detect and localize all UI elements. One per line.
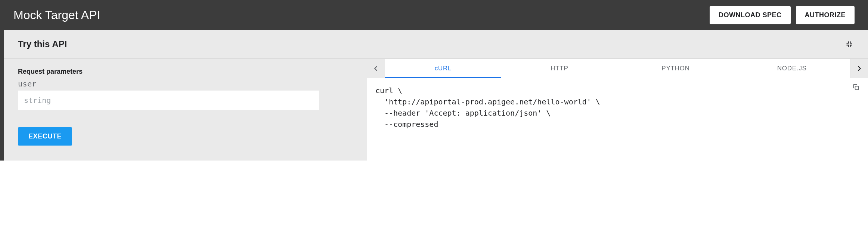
code-area: curl \ 'http://apiportal-prod.apigee.net… (367, 78, 868, 161)
code-snippet: curl \ 'http://apiportal-prod.apigee.net… (375, 85, 860, 130)
try-api-title: Try this API (18, 39, 67, 49)
execute-button[interactable]: EXECUTE (18, 127, 72, 146)
param-name: user (18, 79, 353, 88)
tab-nodejs[interactable]: NODE.JS (734, 59, 850, 78)
tab-python[interactable]: PYTHON (617, 59, 734, 78)
tabs-scroll-left-button[interactable] (367, 59, 385, 78)
try-api-header: Try this API (4, 30, 868, 59)
code-tabs-row: cURL HTTP PYTHON NODE.JS (367, 59, 868, 78)
tab-http[interactable]: HTTP (501, 59, 617, 78)
request-parameters-heading: Request parameters (18, 68, 353, 76)
copy-icon[interactable] (852, 83, 861, 92)
collapse-icon[interactable] (845, 40, 854, 49)
request-parameters-panel: Request parameters user EXECUTE (4, 59, 367, 161)
param-input-user[interactable] (18, 91, 319, 110)
code-sample-panel: cURL HTTP PYTHON NODE.JS (367, 59, 868, 161)
page-frame: Try this API Request parameters user EXE… (0, 30, 868, 161)
code-tabs: cURL HTTP PYTHON NODE.JS (385, 59, 850, 78)
top-bar: Mock Target API DOWNLOAD SPEC AUTHORIZE (0, 0, 868, 30)
download-spec-button[interactable]: DOWNLOAD SPEC (710, 6, 791, 24)
svg-rect-0 (855, 86, 859, 90)
top-bar-actions: DOWNLOAD SPEC AUTHORIZE (710, 6, 855, 24)
tab-curl[interactable]: cURL (385, 59, 501, 78)
authorize-button[interactable]: AUTHORIZE (796, 6, 855, 24)
page-title: Mock Target API (13, 8, 100, 22)
try-api-body: Request parameters user EXECUTE cURL HTT… (4, 59, 868, 161)
tabs-scroll-right-button[interactable] (850, 59, 868, 78)
